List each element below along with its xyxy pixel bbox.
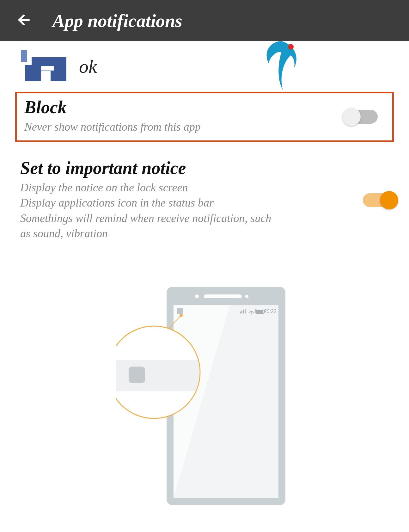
setting-block-title: Block [24,97,385,117]
svg-point-18 [251,313,252,314]
svg-point-12 [245,295,248,298]
setting-important[interactable]: Set to important notice Display the noti… [0,152,409,249]
setting-important-title: Set to important notice [20,158,396,178]
setting-important-description: Display the notice on the lock screenDis… [20,180,283,241]
svg-rect-27 [129,367,145,383]
app-name-label: ok [79,56,97,77]
app-header-row: ok [0,41,409,92]
setting-block-toggle[interactable] [343,109,381,125]
svg-rect-5 [21,50,27,62]
svg-point-10 [195,294,199,298]
svg-rect-16 [243,310,244,313]
svg-rect-3 [41,66,54,71]
setting-important-toggle[interactable] [360,192,398,208]
svg-rect-13 [177,308,183,314]
svg-point-6 [288,44,294,50]
svg-rect-17 [245,309,246,313]
svg-rect-15 [241,311,242,313]
svg-rect-2 [41,71,51,81]
svg-rect-14 [240,312,241,313]
notification-illustration: 20:22 [0,284,409,505]
header: App notifications [0,0,409,41]
setting-block[interactable]: Block Never show notifications from this… [15,92,394,142]
back-arrow-icon[interactable] [13,11,30,30]
svg-rect-11 [204,294,242,298]
illustration-clock: 20:22 [264,309,277,314]
page-title: App notifications [52,10,182,31]
app-icon [19,49,70,84]
svg-rect-20 [256,310,263,313]
watermark-icon [259,38,303,93]
setting-block-description: Never show notifications from this app [24,119,287,135]
